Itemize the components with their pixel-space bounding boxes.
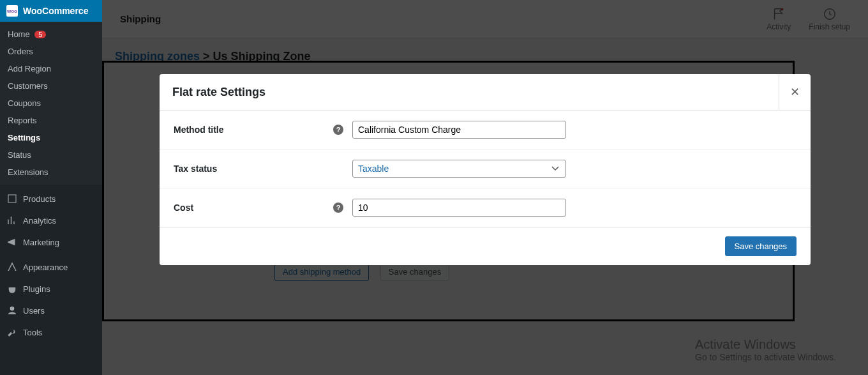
tax-status-label: Tax status — [174, 164, 217, 174]
brand-woocommerce[interactable]: woo WooCommerce — [0, 0, 102, 22]
menu-marketing[interactable]: Marketing — [0, 231, 102, 253]
submenu-add-region[interactable]: Add Region — [0, 60, 102, 77]
modal-title: Flat rate Settings — [160, 75, 779, 109]
plugins-icon — [6, 283, 18, 295]
admin-main-menu: Products Analytics Marketing Appearance … — [0, 188, 102, 343]
submenu-customers[interactable]: Customers — [0, 77, 102, 95]
woo-icon: woo — [6, 5, 18, 17]
menu-users[interactable]: Users — [0, 300, 102, 321]
flat-rate-settings-modal: Flat rate Settings ✕ Method title ? Tax … — [160, 74, 811, 265]
menu-products[interactable]: Products — [0, 188, 102, 210]
woocommerce-submenu: Home 5 Orders Add Region Customers Coupo… — [0, 22, 102, 185]
modal-close-button[interactable]: ✕ — [779, 74, 811, 110]
cost-input[interactable] — [352, 199, 566, 217]
menu-tools[interactable]: Tools — [0, 321, 102, 343]
admin-sidebar: woo WooCommerce Home 5 Orders Add Region… — [0, 0, 102, 375]
method-title-input[interactable] — [352, 121, 566, 139]
submenu-home[interactable]: Home 5 — [0, 26, 102, 43]
marketing-icon — [6, 236, 18, 248]
submenu-status[interactable]: Status — [0, 146, 102, 164]
products-icon — [6, 193, 18, 204]
users-icon — [6, 305, 18, 316]
cost-label: Cost — [174, 203, 193, 213]
appearance-icon — [6, 261, 18, 273]
menu-analytics[interactable]: Analytics — [0, 210, 102, 231]
brand-label: WooCommerce — [23, 6, 88, 16]
close-icon: ✕ — [790, 85, 800, 99]
submenu-orders[interactable]: Orders — [0, 43, 102, 60]
analytics-icon — [6, 215, 18, 226]
svg-rect-0 — [8, 195, 16, 203]
submenu-extensions[interactable]: Extensions — [0, 164, 102, 181]
method-title-label: Method title — [174, 125, 224, 135]
tax-status-select[interactable]: Taxable — [352, 160, 566, 178]
svg-point-1 — [10, 307, 14, 310]
tools-icon — [6, 326, 18, 338]
home-badge: 5 — [34, 31, 46, 38]
main-content: Shipping Activity Finish setup Shipping … — [102, 0, 868, 375]
save-changes-button[interactable]: Save changes — [725, 236, 797, 256]
menu-appearance[interactable]: Appearance — [0, 256, 102, 278]
help-icon[interactable]: ? — [333, 203, 343, 213]
submenu-reports[interactable]: Reports — [0, 112, 102, 129]
submenu-settings[interactable]: Settings — [0, 129, 102, 146]
modal-overlay: Flat rate Settings ✕ Method title ? Tax … — [102, 0, 868, 375]
menu-plugins[interactable]: Plugins — [0, 278, 102, 300]
help-icon[interactable]: ? — [333, 125, 343, 135]
submenu-coupons[interactable]: Coupons — [0, 95, 102, 112]
